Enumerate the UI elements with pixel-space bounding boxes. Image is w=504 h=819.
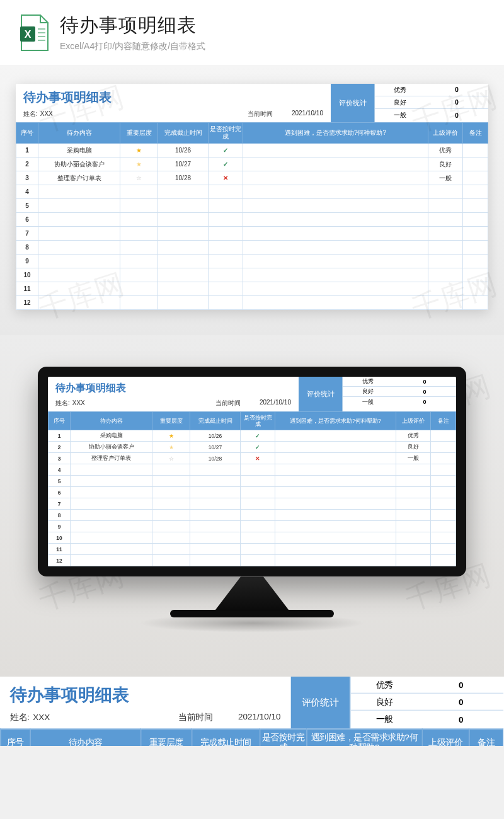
cell-rating[interactable]: [428, 268, 463, 282]
cell-content[interactable]: [71, 476, 152, 487]
cell-remark[interactable]: [463, 268, 488, 282]
cell-importance[interactable]: [120, 268, 158, 282]
cell-remark[interactable]: [431, 453, 456, 464]
cell-deadline[interactable]: [158, 227, 209, 241]
cell-ontime[interactable]: [241, 510, 275, 521]
cell-importance[interactable]: [152, 476, 190, 487]
cell-content[interactable]: 协助小丽会谈客户: [71, 442, 152, 453]
cell-importance[interactable]: [120, 185, 158, 199]
cell-seq[interactable]: 5: [16, 199, 38, 213]
cell-rating[interactable]: [396, 464, 431, 476]
cell-content[interactable]: [71, 532, 152, 544]
cell-ontime[interactable]: [209, 185, 243, 199]
cell-rating[interactable]: [428, 199, 463, 213]
cell-content[interactable]: [38, 296, 120, 310]
cell-help[interactable]: [243, 171, 428, 185]
cell-rating[interactable]: [396, 487, 431, 498]
table-row[interactable]: 1 采购电脑 ★ 10/26 ✓ 优秀: [49, 430, 456, 442]
cell-seq[interactable]: 2: [16, 158, 38, 171]
cell-rating[interactable]: [428, 255, 463, 268]
cell-help[interactable]: [275, 532, 396, 544]
cell-content[interactable]: 采购电脑: [38, 144, 120, 158]
cell-importance[interactable]: ★: [152, 430, 190, 442]
cell-importance[interactable]: [120, 296, 158, 310]
cell-ontime[interactable]: ✓: [241, 430, 275, 442]
cell-seq[interactable]: 1: [16, 144, 38, 158]
cell-seq[interactable]: 9: [49, 521, 71, 532]
cell-importance[interactable]: [120, 282, 158, 296]
cell-ontime[interactable]: ✕: [209, 171, 243, 185]
table-row[interactable]: 11: [16, 282, 488, 296]
cell-ontime[interactable]: [241, 498, 275, 510]
cell-remark[interactable]: [463, 296, 488, 310]
cell-help[interactable]: [243, 144, 428, 158]
time-value[interactable]: 2021/10/10: [238, 712, 281, 724]
cell-remark[interactable]: [431, 464, 456, 476]
cell-help[interactable]: [243, 241, 428, 255]
cell-deadline[interactable]: [190, 510, 241, 521]
cell-importance[interactable]: [152, 544, 190, 555]
cell-deadline[interactable]: 10/26: [158, 144, 209, 158]
cell-rating[interactable]: 一般: [396, 453, 431, 464]
cell-deadline[interactable]: 10/28: [158, 171, 209, 185]
cell-rating[interactable]: [428, 213, 463, 227]
name-value[interactable]: XXX: [40, 110, 53, 117]
cell-seq[interactable]: 4: [49, 464, 71, 476]
cell-ontime[interactable]: [209, 241, 243, 255]
cell-seq[interactable]: 3: [49, 453, 71, 464]
table-row[interactable]: 11: [49, 544, 456, 555]
cell-ontime[interactable]: ✓: [241, 442, 275, 453]
table-row[interactable]: 9: [49, 521, 456, 532]
cell-help[interactable]: [243, 227, 428, 241]
table-row[interactable]: 3 整理客户订单表 ☆ 10/28 ✕ 一般: [16, 171, 488, 185]
cell-help[interactable]: [243, 185, 428, 199]
table-row[interactable]: 4: [49, 464, 456, 476]
cell-help[interactable]: [275, 430, 396, 442]
name-value[interactable]: XXX: [33, 713, 50, 722]
cell-remark[interactable]: [463, 171, 488, 185]
cell-seq[interactable]: 6: [16, 213, 38, 227]
cell-content[interactable]: [71, 464, 152, 476]
cell-help[interactable]: [243, 213, 428, 227]
cell-ontime[interactable]: [241, 464, 275, 476]
cell-deadline[interactable]: [158, 268, 209, 282]
cell-rating[interactable]: 优秀: [396, 430, 431, 442]
cell-rating[interactable]: 良好: [396, 442, 431, 453]
cell-remark[interactable]: [463, 158, 488, 171]
cell-rating[interactable]: [396, 555, 431, 566]
cell-help[interactable]: [275, 476, 396, 487]
cell-rating[interactable]: [396, 510, 431, 521]
table-row[interactable]: 1 采购电脑 ★ 10/26 ✓ 优秀: [16, 144, 488, 158]
cell-remark[interactable]: [431, 510, 456, 521]
cell-help[interactable]: [243, 296, 428, 310]
table-row[interactable]: 10: [16, 268, 488, 282]
cell-deadline[interactable]: [190, 555, 241, 566]
cell-content[interactable]: [71, 544, 152, 555]
cell-importance[interactable]: ★: [120, 158, 158, 171]
cell-ontime[interactable]: [209, 227, 243, 241]
table-row[interactable]: 8: [16, 241, 488, 255]
cell-deadline[interactable]: [158, 241, 209, 255]
cell-ontime[interactable]: [241, 521, 275, 532]
cell-importance[interactable]: [152, 532, 190, 544]
cell-help[interactable]: [275, 555, 396, 566]
cell-seq[interactable]: 8: [16, 241, 38, 255]
cell-importance[interactable]: [120, 199, 158, 213]
time-value[interactable]: 2021/10/10: [292, 110, 323, 118]
cell-content[interactable]: [71, 510, 152, 521]
cell-remark[interactable]: [431, 430, 456, 442]
cell-importance[interactable]: [120, 213, 158, 227]
cell-seq[interactable]: 3: [16, 171, 38, 185]
table-row[interactable]: 9: [16, 255, 488, 268]
cell-rating[interactable]: 优秀: [428, 144, 463, 158]
cell-deadline[interactable]: [158, 185, 209, 199]
table-row[interactable]: 5: [49, 476, 456, 487]
cell-importance[interactable]: [152, 510, 190, 521]
cell-rating[interactable]: [396, 532, 431, 544]
cell-rating[interactable]: [428, 296, 463, 310]
cell-content[interactable]: [38, 282, 120, 296]
cell-importance[interactable]: [152, 555, 190, 566]
cell-importance[interactable]: ☆: [152, 453, 190, 464]
cell-ontime[interactable]: ✕: [241, 453, 275, 464]
cell-help[interactable]: [243, 199, 428, 213]
